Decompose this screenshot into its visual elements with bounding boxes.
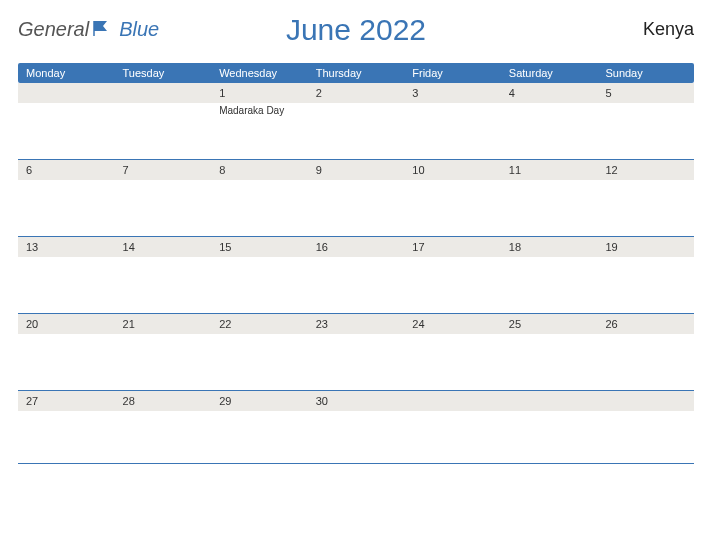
day-event [501, 334, 598, 390]
day-number: 7 [115, 160, 212, 180]
day-cell: 23 [308, 314, 405, 390]
week-row: 20212223242526 [18, 314, 694, 391]
day-cell: 29 [211, 391, 308, 463]
day-event [404, 257, 501, 313]
day-number: 16 [308, 237, 405, 257]
day-number: 13 [18, 237, 115, 257]
day-number: 17 [404, 237, 501, 257]
week-row: 27282930 [18, 391, 694, 464]
day-number: 19 [597, 237, 694, 257]
day-number: 9 [308, 160, 405, 180]
day-cell [18, 83, 115, 159]
day-number: 29 [211, 391, 308, 411]
weekday-header: Tuesday [115, 63, 212, 83]
day-cell: 12 [597, 160, 694, 236]
weekday-header: Wednesday [211, 63, 308, 83]
weekday-header: Thursday [308, 63, 405, 83]
day-cell: 7 [115, 160, 212, 236]
day-event: Madaraka Day [211, 103, 308, 159]
day-number: 5 [597, 83, 694, 103]
day-number [501, 391, 598, 411]
day-event [308, 180, 405, 236]
day-number: 4 [501, 83, 598, 103]
day-number [597, 391, 694, 411]
weekday-header: Monday [18, 63, 115, 83]
day-cell: 11 [501, 160, 598, 236]
day-cell: 21 [115, 314, 212, 390]
day-cell [115, 83, 212, 159]
day-event [404, 180, 501, 236]
day-cell [597, 391, 694, 463]
day-cell: 30 [308, 391, 405, 463]
logo-text-part1: General [18, 18, 89, 41]
day-event [308, 257, 405, 313]
day-cell: 13 [18, 237, 115, 313]
day-cell: 9 [308, 160, 405, 236]
day-cell: 22 [211, 314, 308, 390]
day-number: 18 [501, 237, 598, 257]
day-event [115, 411, 212, 463]
day-event [404, 334, 501, 390]
day-event [597, 411, 694, 463]
week-row: 1Madaraka Day2345 [18, 83, 694, 160]
day-event [404, 103, 501, 159]
day-event [308, 411, 405, 463]
day-cell: 4 [501, 83, 598, 159]
day-number [115, 83, 212, 103]
day-number: 1 [211, 83, 308, 103]
day-number: 27 [18, 391, 115, 411]
day-cell [404, 391, 501, 463]
day-number: 28 [115, 391, 212, 411]
day-cell: 26 [597, 314, 694, 390]
calendar-title: June 2022 [286, 13, 426, 47]
weekday-header: Saturday [501, 63, 598, 83]
day-cell: 25 [501, 314, 598, 390]
day-cell: 1Madaraka Day [211, 83, 308, 159]
day-event [18, 257, 115, 313]
day-event [597, 103, 694, 159]
day-event [18, 411, 115, 463]
day-event [115, 257, 212, 313]
day-number: 12 [597, 160, 694, 180]
day-cell: 27 [18, 391, 115, 463]
day-number: 10 [404, 160, 501, 180]
day-event [211, 180, 308, 236]
day-number: 6 [18, 160, 115, 180]
day-cell: 20 [18, 314, 115, 390]
day-cell: 6 [18, 160, 115, 236]
day-cell [501, 391, 598, 463]
day-cell: 2 [308, 83, 405, 159]
day-cell: 5 [597, 83, 694, 159]
day-event [211, 334, 308, 390]
day-number [18, 83, 115, 103]
day-event [18, 334, 115, 390]
day-cell: 15 [211, 237, 308, 313]
day-event [501, 411, 598, 463]
day-number: 22 [211, 314, 308, 334]
day-number: 11 [501, 160, 598, 180]
day-event [597, 334, 694, 390]
day-event [308, 103, 405, 159]
day-number: 24 [404, 314, 501, 334]
day-cell: 19 [597, 237, 694, 313]
day-event [501, 180, 598, 236]
day-number: 3 [404, 83, 501, 103]
day-number: 8 [211, 160, 308, 180]
day-number [404, 391, 501, 411]
weekday-header: Sunday [597, 63, 694, 83]
day-number: 14 [115, 237, 212, 257]
day-event [115, 103, 212, 159]
day-event [115, 334, 212, 390]
day-number: 20 [18, 314, 115, 334]
day-event [501, 257, 598, 313]
calendar-country: Kenya [643, 19, 694, 40]
day-cell: 10 [404, 160, 501, 236]
day-cell: 16 [308, 237, 405, 313]
day-number: 23 [308, 314, 405, 334]
day-event [501, 103, 598, 159]
day-event [404, 411, 501, 463]
day-event [211, 411, 308, 463]
day-event [18, 103, 115, 159]
day-number: 25 [501, 314, 598, 334]
day-number: 21 [115, 314, 212, 334]
